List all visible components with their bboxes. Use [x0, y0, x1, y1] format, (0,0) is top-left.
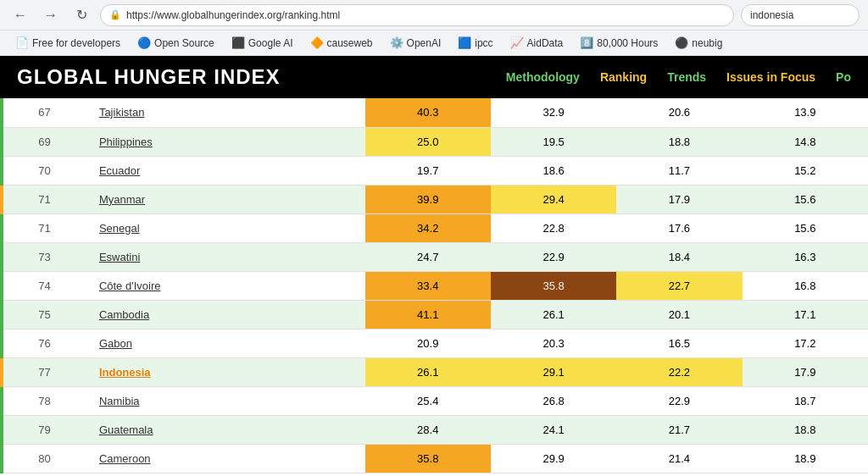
- forward-button[interactable]: →: [39, 3, 63, 27]
- circle-icon: 🔵: [137, 36, 151, 49]
- value-cell-3: 22.9: [616, 386, 742, 415]
- ranking-table-container: 67Tajikistan40.332.920.613.969Philippine…: [0, 98, 868, 476]
- country-cell[interactable]: Guatemala: [86, 415, 365, 444]
- country-cell[interactable]: Cambodia: [86, 300, 365, 329]
- value-cell-2: 29.1: [491, 357, 616, 386]
- table-row: 76Gabon20.920.316.517.2: [2, 329, 868, 357]
- table-row: 77Indonesia26.129.122.217.9: [2, 357, 868, 386]
- value-cell-1: 40.3: [365, 98, 491, 127]
- bookmark-aiddata[interactable]: 📈 AidData: [504, 35, 570, 51]
- value-cell-3: 20.1: [616, 300, 742, 329]
- grid-icon: ⬛: [231, 36, 245, 49]
- value-cell-1: 41.1: [365, 300, 491, 329]
- country-cell[interactable]: Senegal: [86, 213, 365, 242]
- ranking-table: 67Tajikistan40.332.920.613.969Philippine…: [0, 98, 868, 473]
- bookmark-causeweb[interactable]: 🔶 causeweb: [303, 35, 380, 51]
- table-row: 69Philippines25.019.518.814.8: [2, 127, 868, 156]
- nav-trends[interactable]: Trends: [667, 70, 706, 84]
- bookmark-open-source[interactable]: 🔵 Open Source: [131, 35, 221, 51]
- bookmark-label: Free for developers: [32, 37, 120, 49]
- country-cell[interactable]: Côte d'Ivoire: [86, 271, 365, 300]
- value-cell-3: 21.4: [616, 444, 742, 473]
- value-cell-1: 28.4: [365, 415, 491, 444]
- value-cell-1: 35.8: [365, 444, 491, 473]
- table-row: 70Ecuador19.718.611.715.2: [2, 156, 868, 185]
- bookmark-label: OpenAI: [407, 37, 442, 49]
- country-cell[interactable]: Myanmar: [86, 185, 365, 213]
- value-cell-2: 26.8: [491, 386, 616, 415]
- value-cell-4: 15.6: [743, 213, 868, 242]
- country-cell[interactable]: Tajikistan: [86, 98, 365, 127]
- table-row: 73Eswatini24.722.918.416.3: [2, 242, 868, 271]
- reload-button[interactable]: ↻: [70, 3, 93, 27]
- nav-ranking[interactable]: Ranking: [600, 70, 647, 84]
- bookmark-ipcc[interactable]: 🟦 ipcc: [451, 35, 499, 51]
- bookmarks-bar: 📄 Free for developers 🔵 Open Source ⬛ Go…: [0, 30, 868, 56]
- value-cell-4: 15.2: [743, 156, 868, 185]
- rank-cell: 75: [2, 300, 86, 329]
- chart-icon: 📈: [510, 36, 524, 49]
- rank-cell: 71: [2, 185, 86, 213]
- bookmark-free-dev[interactable]: 📄 Free for developers: [8, 35, 127, 51]
- back-button[interactable]: ←: [8, 3, 32, 27]
- country-cell[interactable]: Namibia: [86, 386, 365, 415]
- rank-cell: 78: [2, 386, 86, 415]
- bookmark-google-ai[interactable]: ⬛ Google AI: [225, 35, 300, 51]
- url-text: https://www.globalhungerindex.org/rankin…: [126, 9, 340, 21]
- value-cell-2: 32.9: [491, 98, 616, 127]
- page-icon: 📄: [15, 36, 29, 49]
- country-cell[interactable]: Philippines: [86, 127, 365, 156]
- browser-bar: ← → ↻ 🔒 https://www.globalhungerindex.or…: [0, 0, 868, 30]
- value-cell-1: 39.9: [365, 185, 491, 213]
- nav-methodology[interactable]: Methodology: [506, 70, 580, 84]
- value-cell-2: 22.9: [491, 242, 616, 271]
- rank-cell: 67: [2, 98, 86, 127]
- table-row: 78Namibia25.426.822.918.7: [2, 386, 868, 415]
- value-cell-2: 26.1: [491, 300, 616, 329]
- value-cell-3: 22.7: [616, 271, 742, 300]
- value-cell-1: 34.2: [365, 213, 491, 242]
- country-cell[interactable]: Cameroon: [86, 444, 365, 473]
- value-cell-3: 17.9: [616, 185, 742, 213]
- value-cell-4: 16.3: [743, 242, 868, 271]
- value-cell-2: 22.8: [491, 213, 616, 242]
- value-cell-1: 19.7: [365, 156, 491, 185]
- country-cell[interactable]: Indonesia: [86, 357, 365, 386]
- rank-cell: 79: [2, 415, 86, 444]
- bookmark-openai[interactable]: ⚙️ OpenAI: [383, 35, 448, 51]
- browser-search[interactable]: indonesia: [741, 4, 860, 26]
- value-cell-2: 24.1: [491, 415, 616, 444]
- value-cell-3: 18.8: [616, 127, 742, 156]
- value-cell-3: 17.6: [616, 213, 742, 242]
- value-cell-4: 18.8: [743, 415, 868, 444]
- site-header: GLOBAL HUNGER INDEX Methodology Ranking …: [0, 56, 868, 98]
- ipcc-icon: 🟦: [458, 36, 471, 49]
- rank-cell: 74: [2, 271, 86, 300]
- country-cell[interactable]: Ecuador: [86, 156, 365, 185]
- bookmark-neubig[interactable]: ⚫ neubig: [668, 35, 729, 51]
- value-cell-2: 20.3: [491, 329, 616, 357]
- table-row: 74Côte d'Ivoire33.435.822.716.8: [2, 271, 868, 300]
- 8-icon: 8️⃣: [580, 36, 593, 49]
- url-bar[interactable]: 🔒 https://www.globalhungerindex.org/rank…: [100, 4, 734, 26]
- rank-cell: 77: [2, 357, 86, 386]
- value-cell-4: 16.8: [743, 271, 868, 300]
- table-row: 67Tajikistan40.332.920.613.9: [2, 98, 868, 127]
- value-cell-1: 26.1: [365, 357, 491, 386]
- nav-po[interactable]: Po: [836, 70, 851, 84]
- table-row: 79Guatemala28.424.121.718.8: [2, 415, 868, 444]
- value-cell-4: 15.6: [743, 185, 868, 213]
- site-title: GLOBAL HUNGER INDEX: [17, 65, 281, 89]
- rank-cell: 69: [2, 127, 86, 156]
- nav-issues[interactable]: Issues in Focus: [726, 70, 815, 84]
- table-row: 71Myanmar39.929.417.915.6: [2, 185, 868, 213]
- country-cell[interactable]: Gabon: [86, 329, 365, 357]
- value-cell-3: 21.7: [616, 415, 742, 444]
- country-cell[interactable]: Eswatini: [86, 242, 365, 271]
- table-row: 75Cambodia41.126.120.117.1: [2, 300, 868, 329]
- value-cell-2: 29.4: [491, 185, 616, 213]
- rank-cell: 71: [2, 213, 86, 242]
- value-cell-4: 17.9: [743, 357, 868, 386]
- bookmark-80k[interactable]: 8️⃣ 80,000 Hours: [573, 35, 665, 51]
- value-cell-4: 18.9: [743, 444, 868, 473]
